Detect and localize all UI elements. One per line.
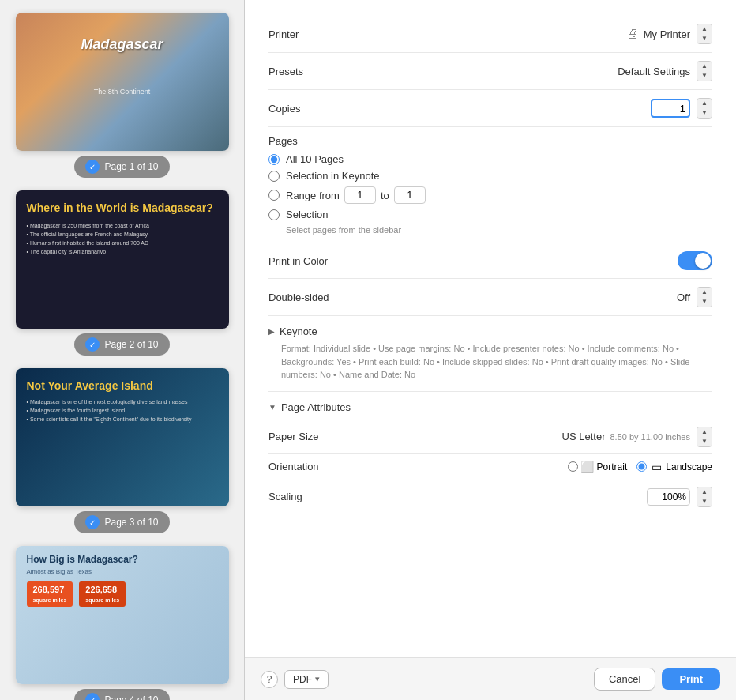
pages-custom-option[interactable]: Selection xyxy=(268,209,712,220)
pdf-button[interactable]: PDF ▾ xyxy=(284,670,329,689)
copies-stepper-up[interactable]: ▲ xyxy=(697,99,712,108)
portrait-icon: ⬜ xyxy=(581,461,594,473)
print-settings-panel: Printer 🖨 My Printer ▲ ▼ Presets Default… xyxy=(245,0,736,700)
slide-2-bullets: • Madagascar is 250 miles from the coast… xyxy=(27,221,218,257)
printer-stepper-up[interactable]: ▲ xyxy=(697,24,712,34)
print-color-row: Print in Color xyxy=(268,243,712,279)
slide-item-2[interactable]: Where in the World is Madagascar? • Mada… xyxy=(9,190,235,356)
double-sided-row: Double-sided Off ▲ ▼ xyxy=(268,279,712,316)
keynote-disclosure-header[interactable]: ▶ Keynote xyxy=(268,326,712,337)
presets-stepper[interactable]: ▲ ▼ xyxy=(697,61,712,81)
slide-2-content: Where in the World is Madagascar? • Mada… xyxy=(16,190,229,268)
keynote-section-title: Keynote xyxy=(280,326,317,337)
slide-3-bullets: • Madagascar is one of the most ecologic… xyxy=(27,397,218,424)
print-color-label: Print in Color xyxy=(268,255,328,267)
slide-4-check-icon: ✓ xyxy=(85,693,100,700)
pages-selection-option[interactable]: Selection in Keynote xyxy=(268,170,712,182)
paper-size-stepper[interactable]: ▲ ▼ xyxy=(697,427,712,447)
page-attr-title: Page Attributes xyxy=(281,401,351,413)
slide-4-numbers: 268,597square miles 226,658square miles xyxy=(27,581,218,607)
printer-icon: 🖨 xyxy=(626,27,639,41)
slide-3-check-icon: ✓ xyxy=(85,515,100,529)
slide-thumb-1: Madagascar The 8th Continent xyxy=(16,13,229,151)
slide-3-badge: ✓ Page 3 of 10 xyxy=(74,511,169,533)
scaling-row: Scaling ▲ ▼ xyxy=(268,480,712,514)
presets-value[interactable]: Default Settings ▲ ▼ xyxy=(618,61,712,81)
portrait-option[interactable]: ⬜ Portrait xyxy=(568,461,628,473)
pages-selection-radio[interactable] xyxy=(268,171,280,182)
slide-1-badge: ✓ Page 1 of 10 xyxy=(74,156,169,178)
presets-stepper-up[interactable]: ▲ xyxy=(697,62,712,71)
presets-label: Presets xyxy=(268,66,303,77)
paper-size-value[interactable]: US Letter 8.50 by 11.00 inches ▲ ▼ xyxy=(562,427,712,447)
copies-input[interactable]: 1 xyxy=(651,99,690,118)
slide-thumb-2: Where in the World is Madagascar? • Mada… xyxy=(16,190,229,329)
range-from-input[interactable] xyxy=(344,186,376,204)
slide-thumb-3: Not Your Average Island • Madagascar is … xyxy=(16,368,229,506)
landscape-option[interactable]: ▭ Landscape xyxy=(636,461,712,473)
scaling-stepper-up[interactable]: ▲ xyxy=(697,487,712,497)
print-button[interactable]: Print xyxy=(662,668,720,690)
page-attr-header[interactable]: ▼ Page Attributes xyxy=(268,401,712,413)
slide-thumb-4: How Big is Madagascar? Almost as Big as … xyxy=(16,546,229,684)
paper-size-text: US Letter xyxy=(562,431,606,442)
pages-label: Pages xyxy=(268,135,712,147)
pages-custom-label: Selection xyxy=(286,209,328,220)
cancel-button[interactable]: Cancel xyxy=(594,668,655,691)
slide-item-3[interactable]: Not Your Average Island • Madagascar is … xyxy=(9,368,235,533)
double-sided-stepper-down[interactable]: ▼ xyxy=(697,297,712,307)
slide-4-subtitle: Almost as Big as Texas xyxy=(27,568,218,575)
slide-4-num1: 268,597square miles xyxy=(27,581,73,607)
presets-row: Presets Default Settings ▲ ▼ xyxy=(268,53,712,90)
slide-4-title: How Big is Madagascar? xyxy=(27,554,218,565)
pdf-chevron-icon: ▾ xyxy=(315,674,320,684)
print-color-toggle[interactable] xyxy=(678,251,712,270)
double-sided-stepper[interactable]: ▲ ▼ xyxy=(697,287,712,307)
paper-size-stepper-down[interactable]: ▼ xyxy=(697,437,712,446)
slide-1-check-icon: ✓ xyxy=(85,160,100,174)
paper-size-stepper-up[interactable]: ▲ xyxy=(697,427,712,437)
print-settings-content: Printer 🖨 My Printer ▲ ▼ Presets Default… xyxy=(245,0,736,657)
paper-size-dims: 8.50 by 11.00 inches xyxy=(610,432,690,442)
slide-2-check-icon: ✓ xyxy=(85,337,100,352)
slide-1-title: Madagascar xyxy=(24,36,221,54)
pages-all-label: All 10 Pages xyxy=(286,153,344,165)
pages-custom-radio[interactable] xyxy=(268,209,280,220)
printer-stepper[interactable]: ▲ ▼ xyxy=(697,24,712,44)
double-sided-value[interactable]: Off ▲ ▼ xyxy=(677,287,712,307)
pages-selection-label: Selection in Keynote xyxy=(286,170,380,182)
slide-1-subtitle: The 8th Continent xyxy=(24,88,221,96)
scaling-stepper[interactable]: ▲ ▼ xyxy=(697,487,712,507)
copies-stepper-down[interactable]: ▼ xyxy=(697,108,712,118)
presets-text: Default Settings xyxy=(618,66,690,77)
range-to-input[interactable] xyxy=(394,186,426,204)
slide-3-title: Not Your Average Island xyxy=(27,379,218,393)
slide-item-1[interactable]: Madagascar The 8th Continent ✓ Page 1 of… xyxy=(9,13,235,178)
scaling-stepper-down[interactable]: ▼ xyxy=(697,497,712,506)
slide-preview-panel: Madagascar The 8th Continent ✓ Page 1 of… xyxy=(0,0,245,700)
pages-all-radio[interactable] xyxy=(268,154,280,165)
portrait-radio[interactable] xyxy=(568,461,578,472)
printer-row: Printer 🖨 My Printer ▲ ▼ xyxy=(268,16,712,53)
double-sided-stepper-up[interactable]: ▲ xyxy=(697,288,712,297)
presets-stepper-down[interactable]: ▼ xyxy=(697,71,712,81)
pages-range-option[interactable]: Range from to xyxy=(268,186,712,204)
landscape-icon: ▭ xyxy=(650,461,663,473)
landscape-label: Landscape xyxy=(666,461,712,472)
scaling-value: ▲ ▼ xyxy=(647,487,712,507)
copies-label: Copies xyxy=(268,103,300,115)
copies-stepper[interactable]: ▲ ▼ xyxy=(697,98,712,119)
help-button[interactable]: ? xyxy=(261,671,278,688)
slide-item-4[interactable]: How Big is Madagascar? Almost as Big as … xyxy=(9,546,235,700)
slide-4-badge: ✓ Page 4 of 10 xyxy=(74,689,169,700)
pages-all-option[interactable]: All 10 Pages xyxy=(268,153,712,165)
scaling-input[interactable] xyxy=(647,488,690,506)
range-from-label: Range from xyxy=(286,190,340,201)
scaling-label: Scaling xyxy=(268,491,302,502)
pages-range-radio[interactable] xyxy=(268,190,280,201)
landscape-radio[interactable] xyxy=(636,461,647,472)
double-sided-text: Off xyxy=(677,292,690,303)
printer-name: My Printer xyxy=(644,28,690,40)
printer-stepper-down[interactable]: ▼ xyxy=(697,34,712,43)
printer-value[interactable]: 🖨 My Printer ▲ ▼ xyxy=(626,24,712,44)
